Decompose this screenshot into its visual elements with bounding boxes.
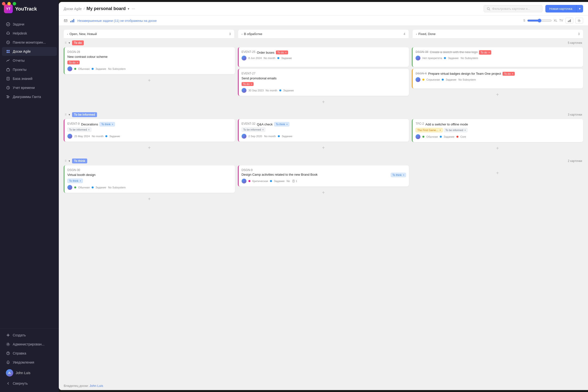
tag-todo-event25[interactable]: To do ×: [276, 50, 288, 54]
sidebar-item-knowledge[interactable]: База знаний: [2, 74, 57, 83]
sidebar-item-time[interactable]: Учет времени: [2, 83, 57, 92]
type-dot: [444, 57, 446, 59]
sidebar-item-help[interactable]: Справка: [2, 349, 57, 358]
add-card-todo-col1[interactable]: +: [238, 98, 409, 106]
card-dsgn-28[interactable]: DSGN-28 New contrast colour scheme To do…: [64, 47, 235, 74]
sidebar-item-tasks[interactable]: Задачи: [2, 20, 57, 29]
drag-handle-todo[interactable]: ⠿: [65, 42, 67, 44]
search-placeholder: Фильтровать карточки н...: [492, 7, 530, 10]
banner-chart-icon[interactable]: [70, 18, 75, 22]
card-dsgn-9[interactable]: DSGN-9 Design Camp activities related to…: [238, 166, 409, 186]
card-event-25-meta: 8 Jun 2024 No month Задание: [242, 56, 406, 60]
col-chevron-2[interactable]: ‹: [242, 32, 242, 36]
board-more-button[interactable]: ···: [132, 6, 135, 11]
tobeinformed-col0: EVENT-9 Decorations To think × To be inf…: [64, 119, 235, 153]
tag-tothink-dsgn9[interactable]: To think ×: [391, 173, 406, 177]
tobeinformed-col2: TFC-2 Add a switcher to offline mode The…: [412, 119, 583, 153]
swimlane-tothink-toggle[interactable]: ▾: [68, 159, 70, 163]
add-card-tothink-col2[interactable]: +: [412, 166, 583, 181]
sidebar-collapse-label: Свернуть: [13, 382, 28, 386]
footer-owner-name[interactable]: John Luis: [90, 384, 103, 388]
add-card-tobeinformed-col1[interactable]: +: [238, 144, 409, 152]
help-icon: [6, 351, 10, 356]
card-event-9-id: EVENT-9: [68, 122, 80, 126]
card-dsgn-28-title: New contrast colour scheme: [68, 55, 232, 59]
banner-settings-button[interactable]: [575, 18, 583, 24]
add-card-todo-col0[interactable]: +: [64, 76, 235, 85]
card-event-27[interactable]: EVENT-27 Send promotional emails To do ×…: [238, 69, 409, 96]
maximize-button[interactable]: [13, 2, 16, 6]
type-dot: [442, 79, 444, 80]
close-button[interactable]: [2, 2, 6, 6]
user-profile[interactable]: JL John Luis: [2, 367, 57, 379]
add-card-tothink-col0[interactable]: +: [64, 195, 235, 203]
drag-handle-tobeinformed[interactable]: ⠿: [65, 113, 67, 116]
tag-todo-dsgn6[interactable]: To do ×: [502, 72, 515, 76]
banner-text[interactable]: Незавершенные задачи (11) не отображены …: [78, 19, 521, 22]
swimlane-todo-toggle[interactable]: ▾: [68, 41, 70, 44]
col-chevron-1[interactable]: ‹: [67, 32, 68, 36]
sidebar-item-projects-label: Проекты: [13, 68, 26, 72]
tag-firstgame-tfc2[interactable]: The First Game... ×: [416, 128, 442, 132]
sidebar-item-create[interactable]: Создать: [2, 331, 57, 340]
tag-tobeinformed-tfc2[interactable]: To be informed ×: [444, 128, 468, 132]
drag-handle-tothink[interactable]: ⠿: [65, 160, 67, 163]
tag-todo-event27[interactable]: To do ×: [242, 82, 254, 86]
search-box[interactable]: Фильтровать карточки н...: [484, 5, 542, 12]
search-icon: [487, 7, 490, 10]
sidebar-item-notifications[interactable]: Уведомления: [2, 358, 57, 367]
tag-todo-dsgn28[interactable]: To do ×: [68, 60, 80, 64]
card-event-9-header: EVENT-9 Decorations To think ×: [68, 122, 232, 126]
window-chrome: [2, 2, 16, 6]
add-card-todo-col2[interactable]: +: [412, 90, 583, 99]
banner-chart-button[interactable]: [566, 18, 573, 24]
tag-tobeinformed-event9[interactable]: To be informed ×: [68, 128, 92, 132]
svg-rect-9: [6, 69, 10, 71]
tag-tobeinformed-event32[interactable]: To be informed ×: [242, 128, 266, 132]
user-avatar: JL: [6, 369, 13, 376]
sidebar-item-agile[interactable]: Доски Agile: [2, 47, 57, 56]
type-dot: [92, 186, 94, 188]
minimize-button[interactable]: [7, 2, 11, 6]
card-event-25[interactable]: EVENT-25 Order buses To do × 8 Jun 2024 …: [238, 47, 409, 67]
add-card-tobeinformed-col2[interactable]: +: [412, 144, 583, 153]
banner-actions: [566, 18, 583, 24]
card-dsgn-6[interactable]: DSGN-6 Prepare virtual badges design for…: [412, 69, 583, 88]
tag-tothink-dsgn30[interactable]: To think ×: [68, 178, 83, 183]
card-event-9-title: Decorations: [81, 122, 98, 126]
card-tfc-2-tags: The First Game... × To be informed ×: [416, 128, 580, 132]
col-chevron-3[interactable]: ‹: [416, 32, 417, 36]
breadcrumb-agile[interactable]: Доски Agile: [64, 7, 82, 11]
card-dsgn-9-meta: Критическая Задание No 1: [242, 178, 406, 184]
tag-tothink-event32[interactable]: To think ×: [274, 122, 290, 126]
sidebar-item-projects[interactable]: Проекты: [2, 65, 57, 74]
sidebar-item-monitors[interactable]: Панели мониторин...: [2, 38, 57, 47]
header: Доски Agile / My personal board ▼ ··· Фи…: [59, 2, 588, 16]
card-dsgn-9-header: Design Camp activities related to the ne…: [242, 173, 406, 177]
sidebar-item-gantt[interactable]: Диаграммы Ганта: [2, 92, 57, 101]
card-event-9[interactable]: EVENT-9 Decorations To think × To be inf…: [64, 119, 235, 142]
window-more-icon[interactable]: ⋮: [579, 4, 583, 9]
size-slider[interactable]: [527, 18, 552, 22]
tothink-col0: DSGN-30 Virtual booth design To think × …: [64, 166, 235, 203]
card-tfc-2[interactable]: TFC-2 Add a switcher to offline mode The…: [412, 119, 583, 142]
logo-icon: YT: [4, 4, 13, 13]
col-count-3: 3: [578, 32, 580, 36]
swimlane-tobeinformed-toggle[interactable]: ▾: [68, 113, 70, 116]
card-event-32[interactable]: EVENT-32 Q&A check To think × To be info…: [238, 119, 409, 142]
card-event-32-id: EVENT-32: [242, 122, 256, 126]
sidebar-item-reports[interactable]: Отчеты: [2, 56, 57, 65]
sidebar-item-helpdesk[interactable]: Helpdesk: [2, 29, 57, 38]
card-dsgn-38[interactable]: DSGN-38 Create a sketch with the new log…: [412, 47, 583, 67]
svg-line-23: [489, 9, 490, 10]
card-dsgn-30[interactable]: DSGN-30 Virtual booth design To think × …: [64, 166, 235, 193]
sidebar-item-admin[interactable]: Администрирован...: [2, 340, 57, 349]
new-card-button[interactable]: Новая карточка: [545, 5, 576, 12]
tag-tothink-event9[interactable]: To think ×: [100, 122, 115, 126]
column-headers: ‹ Open, New, Новый 3 ‹ В обработке 4 ‹ F…: [64, 30, 583, 38]
sidebar-item-collapse[interactable]: Свернуть: [2, 379, 57, 388]
tag-todo-dsgn38[interactable]: To do ×: [479, 50, 491, 55]
add-card-tobeinformed-col0[interactable]: +: [64, 144, 235, 152]
add-card-tothink-col1[interactable]: +: [238, 188, 409, 197]
board-title-chevron[interactable]: ▼: [127, 7, 130, 10]
